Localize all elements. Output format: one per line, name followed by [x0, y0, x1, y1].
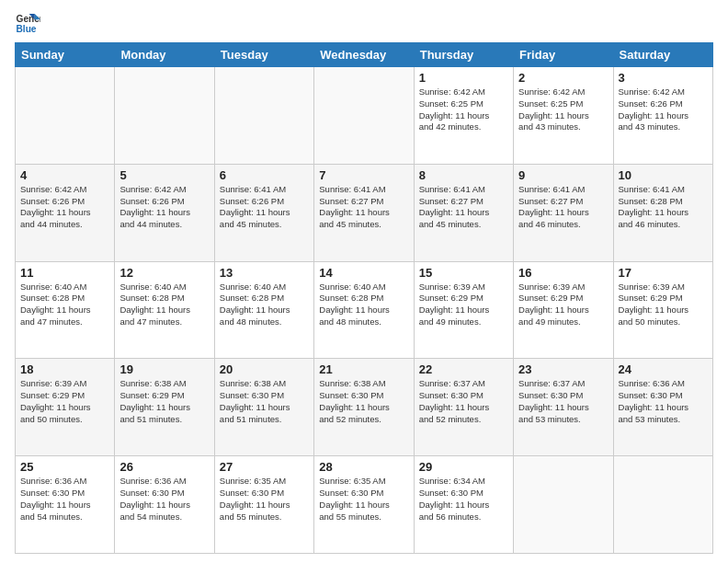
calendar-col-wednesday: Wednesday — [314, 43, 414, 67]
calendar-cell: 17Sunrise: 6:39 AMSunset: 6:29 PMDayligh… — [613, 261, 712, 359]
day-info: Sunrise: 6:36 AMSunset: 6:30 PMDaylight:… — [20, 476, 109, 523]
day-number: 13 — [220, 266, 309, 280]
day-info: Sunrise: 6:40 AMSunset: 6:28 PMDaylight:… — [20, 282, 109, 328]
calendar-cell: 12Sunrise: 6:40 AMSunset: 6:28 PMDayligh… — [115, 261, 214, 359]
day-info: Sunrise: 6:37 AMSunset: 6:30 PMDaylight:… — [518, 378, 608, 425]
calendar-col-friday: Friday — [514, 43, 613, 67]
calendar-col-saturday: Saturday — [613, 43, 712, 67]
day-info: Sunrise: 6:41 AMSunset: 6:27 PMDaylight:… — [419, 184, 508, 231]
day-info: Sunrise: 6:42 AMSunset: 6:26 PMDaylight:… — [20, 184, 109, 231]
day-info: Sunrise: 6:36 AMSunset: 6:30 PMDaylight:… — [119, 476, 209, 523]
day-number: 29 — [419, 460, 508, 474]
calendar-col-tuesday: Tuesday — [214, 43, 313, 67]
calendar-cell: 27Sunrise: 6:35 AMSunset: 6:30 PMDayligh… — [214, 456, 313, 554]
day-info: Sunrise: 6:39 AMSunset: 6:29 PMDaylight:… — [619, 282, 708, 328]
calendar-week-row: 1Sunrise: 6:42 AMSunset: 6:25 PMDaylight… — [16, 67, 713, 165]
day-number: 1 — [419, 71, 508, 85]
calendar-week-row: 4Sunrise: 6:42 AMSunset: 6:26 PMDaylight… — [16, 164, 713, 261]
day-info: Sunrise: 6:40 AMSunset: 6:28 PMDaylight:… — [119, 282, 209, 328]
calendar-col-sunday: Sunday — [16, 43, 115, 67]
calendar-cell: 3Sunrise: 6:42 AMSunset: 6:26 PMDaylight… — [613, 67, 712, 165]
day-info: Sunrise: 6:38 AMSunset: 6:30 PMDaylight:… — [319, 378, 408, 425]
calendar-header-row: SundayMondayTuesdayWednesdayThursdayFrid… — [16, 43, 713, 67]
day-info: Sunrise: 6:39 AMSunset: 6:29 PMDaylight:… — [20, 378, 109, 425]
day-number: 3 — [619, 71, 708, 85]
calendar-week-row: 18Sunrise: 6:39 AMSunset: 6:29 PMDayligh… — [16, 359, 713, 456]
day-number: 16 — [518, 266, 608, 280]
day-number: 7 — [319, 168, 408, 182]
logo: General Blue — [15, 11, 44, 37]
calendar-cell: 1Sunrise: 6:42 AMSunset: 6:25 PMDaylight… — [414, 67, 513, 165]
day-number: 18 — [20, 362, 109, 376]
day-number: 23 — [518, 362, 608, 376]
calendar-cell: 16Sunrise: 6:39 AMSunset: 6:29 PMDayligh… — [514, 261, 613, 359]
calendar-week-row: 11Sunrise: 6:40 AMSunset: 6:28 PMDayligh… — [16, 261, 713, 359]
calendar-cell — [314, 67, 414, 165]
day-number: 15 — [419, 266, 508, 280]
logo-icon: General Blue — [15, 11, 40, 37]
day-number: 21 — [319, 362, 408, 376]
day-info: Sunrise: 6:42 AMSunset: 6:26 PMDaylight:… — [619, 86, 708, 133]
calendar-cell: 28Sunrise: 6:35 AMSunset: 6:30 PMDayligh… — [314, 456, 414, 554]
day-number: 20 — [220, 362, 309, 376]
calendar-cell: 15Sunrise: 6:39 AMSunset: 6:29 PMDayligh… — [414, 261, 513, 359]
day-info: Sunrise: 6:35 AMSunset: 6:30 PMDaylight:… — [220, 476, 309, 523]
calendar-cell: 22Sunrise: 6:37 AMSunset: 6:30 PMDayligh… — [414, 359, 513, 456]
day-number: 17 — [619, 266, 708, 280]
day-number: 28 — [319, 460, 408, 474]
day-number: 25 — [20, 460, 109, 474]
calendar-cell: 20Sunrise: 6:38 AMSunset: 6:30 PMDayligh… — [214, 359, 313, 456]
calendar-cell: 6Sunrise: 6:41 AMSunset: 6:26 PMDaylight… — [214, 164, 313, 261]
calendar-cell: 5Sunrise: 6:42 AMSunset: 6:26 PMDaylight… — [115, 164, 214, 261]
day-info: Sunrise: 6:41 AMSunset: 6:27 PMDaylight:… — [319, 184, 408, 231]
calendar-cell: 26Sunrise: 6:36 AMSunset: 6:30 PMDayligh… — [115, 456, 214, 554]
calendar-cell — [214, 67, 313, 165]
calendar-cell: 13Sunrise: 6:40 AMSunset: 6:28 PMDayligh… — [214, 261, 313, 359]
day-info: Sunrise: 6:40 AMSunset: 6:28 PMDaylight:… — [220, 282, 309, 328]
calendar-cell: 29Sunrise: 6:34 AMSunset: 6:30 PMDayligh… — [414, 456, 513, 554]
calendar-cell: 14Sunrise: 6:40 AMSunset: 6:28 PMDayligh… — [314, 261, 414, 359]
day-number: 9 — [518, 168, 608, 182]
calendar-cell: 11Sunrise: 6:40 AMSunset: 6:28 PMDayligh… — [16, 261, 115, 359]
day-info: Sunrise: 6:40 AMSunset: 6:28 PMDaylight:… — [319, 282, 408, 328]
day-info: Sunrise: 6:35 AMSunset: 6:30 PMDaylight:… — [319, 476, 408, 523]
day-number: 14 — [319, 266, 408, 280]
calendar-cell: 4Sunrise: 6:42 AMSunset: 6:26 PMDaylight… — [16, 164, 115, 261]
day-number: 27 — [220, 460, 309, 474]
day-info: Sunrise: 6:39 AMSunset: 6:29 PMDaylight:… — [419, 282, 508, 328]
day-info: Sunrise: 6:34 AMSunset: 6:30 PMDaylight:… — [419, 476, 508, 523]
day-info: Sunrise: 6:41 AMSunset: 6:27 PMDaylight:… — [518, 184, 608, 231]
day-number: 24 — [619, 362, 708, 376]
day-info: Sunrise: 6:41 AMSunset: 6:28 PMDaylight:… — [619, 184, 708, 231]
day-info: Sunrise: 6:38 AMSunset: 6:29 PMDaylight:… — [119, 378, 209, 425]
day-info: Sunrise: 6:38 AMSunset: 6:30 PMDaylight:… — [220, 378, 309, 425]
day-number: 5 — [119, 168, 209, 182]
calendar-cell: 7Sunrise: 6:41 AMSunset: 6:27 PMDaylight… — [314, 164, 414, 261]
calendar-week-row: 25Sunrise: 6:36 AMSunset: 6:30 PMDayligh… — [16, 456, 713, 554]
day-number: 6 — [220, 168, 309, 182]
day-number: 26 — [119, 460, 209, 474]
day-number: 2 — [518, 71, 608, 85]
day-info: Sunrise: 6:37 AMSunset: 6:30 PMDaylight:… — [419, 378, 508, 425]
calendar-cell: 23Sunrise: 6:37 AMSunset: 6:30 PMDayligh… — [514, 359, 613, 456]
day-info: Sunrise: 6:42 AMSunset: 6:25 PMDaylight:… — [419, 86, 508, 133]
calendar-cell: 21Sunrise: 6:38 AMSunset: 6:30 PMDayligh… — [314, 359, 414, 456]
calendar-cell: 19Sunrise: 6:38 AMSunset: 6:29 PMDayligh… — [115, 359, 214, 456]
day-info: Sunrise: 6:41 AMSunset: 6:26 PMDaylight:… — [220, 184, 309, 231]
calendar-cell: 10Sunrise: 6:41 AMSunset: 6:28 PMDayligh… — [613, 164, 712, 261]
calendar-cell — [514, 456, 613, 554]
day-info: Sunrise: 6:36 AMSunset: 6:30 PMDaylight:… — [619, 378, 708, 425]
day-number: 12 — [119, 266, 209, 280]
svg-text:Blue: Blue — [17, 24, 37, 34]
day-info: Sunrise: 6:42 AMSunset: 6:25 PMDaylight:… — [518, 86, 608, 133]
calendar-cell — [16, 67, 115, 165]
day-number: 22 — [419, 362, 508, 376]
calendar-cell: 2Sunrise: 6:42 AMSunset: 6:25 PMDaylight… — [514, 67, 613, 165]
day-number: 11 — [20, 266, 109, 280]
calendar-cell: 24Sunrise: 6:36 AMSunset: 6:30 PMDayligh… — [613, 359, 712, 456]
calendar-table: SundayMondayTuesdayWednesdayThursdayFrid… — [15, 42, 713, 554]
calendar-cell — [115, 67, 214, 165]
calendar-cell: 18Sunrise: 6:39 AMSunset: 6:29 PMDayligh… — [16, 359, 115, 456]
calendar-col-thursday: Thursday — [414, 43, 513, 67]
day-number: 10 — [619, 168, 708, 182]
